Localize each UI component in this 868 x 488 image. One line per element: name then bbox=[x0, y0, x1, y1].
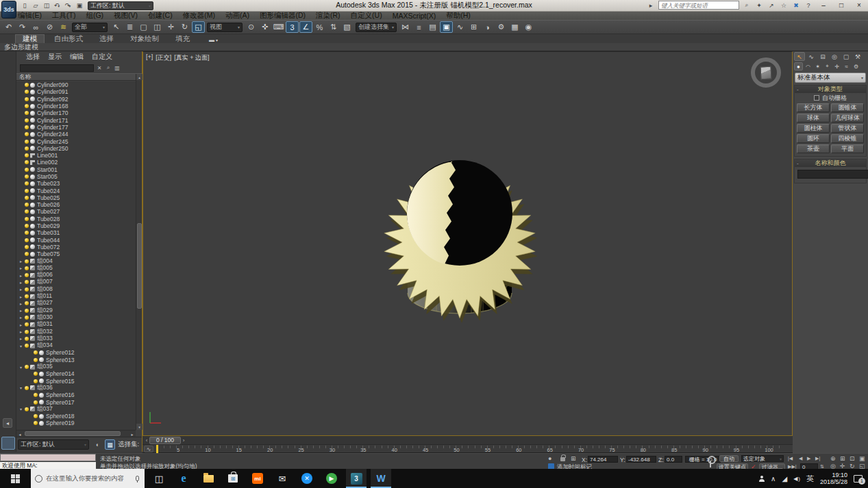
ribbon-tab[interactable]: 填充 bbox=[169, 34, 197, 43]
scene-object-row[interactable]: Star005 bbox=[16, 173, 136, 180]
redo-icon[interactable]: ↷ bbox=[16, 21, 29, 33]
render-setup-icon[interactable]: ⚙ bbox=[495, 21, 508, 33]
scene-object-row[interactable]: ▾ 组036 bbox=[16, 385, 136, 391]
thunder-app-icon[interactable]: ✕ bbox=[297, 469, 317, 488]
scene-object-row[interactable]: Tube025 bbox=[16, 194, 136, 201]
menu-item[interactable]: 视图(V) bbox=[114, 11, 138, 21]
workspace-dropdown[interactable]: 工作区: 默认 ▾ bbox=[88, 1, 153, 10]
unlink-selection-icon[interactable]: ⊘ bbox=[43, 21, 56, 33]
menu-item[interactable]: 修改器(M) bbox=[183, 11, 215, 21]
show-hidden-icons[interactable]: ∧ bbox=[771, 475, 776, 483]
category-cameras-icon[interactable]: ⌖ bbox=[823, 62, 832, 70]
select-object-icon[interactable]: ↖ bbox=[110, 21, 123, 33]
category-shapes-icon[interactable]: ◠ bbox=[804, 62, 813, 70]
scene-object-row[interactable]: Cylinder091 bbox=[16, 88, 136, 95]
microsoft-store-icon[interactable]: ⊞ bbox=[223, 469, 243, 488]
scene-object-row[interactable]: ▸ 组032 bbox=[16, 328, 136, 335]
3dsmax-logo[interactable]: 3ds bbox=[1, 1, 16, 18]
window-crossing-icon[interactable]: ◫ bbox=[151, 21, 164, 33]
explorer-menu-item[interactable]: 编辑 bbox=[70, 52, 84, 62]
z-coordinate-field[interactable]: 0.0 bbox=[665, 456, 682, 463]
scene-object-row[interactable]: ▸ 组031 bbox=[16, 321, 136, 328]
primitive-button[interactable]: 圆柱体 bbox=[797, 124, 830, 133]
tab-create-icon[interactable]: ↖ bbox=[794, 52, 805, 61]
scrollbar-thumb[interactable] bbox=[25, 431, 121, 436]
scroll-up-icon[interactable]: ▴ bbox=[136, 74, 142, 80]
redo-quick-icon[interactable]: ↷▾ bbox=[63, 1, 73, 10]
set-keys-button[interactable] bbox=[707, 456, 714, 467]
scene-object-row[interactable]: Cylinder250 bbox=[16, 145, 136, 152]
go-to-start-button[interactable]: |◀ bbox=[788, 455, 793, 462]
tab-motion-icon[interactable]: ◎ bbox=[829, 52, 840, 61]
scene-object-row[interactable]: ▸ 组029 bbox=[16, 307, 136, 314]
perspective-viewport[interactable]: [+] [正交] [真实 + 边面] bbox=[142, 51, 793, 436]
scene-object-row[interactable]: ▸ 组030 bbox=[16, 314, 136, 321]
selection-lock-icon[interactable] bbox=[560, 457, 565, 461]
ribbon-toggle-icon[interactable]: ▣ bbox=[440, 21, 453, 33]
scene-object-row[interactable]: Tube023 bbox=[16, 180, 136, 187]
explorer-horizontal-scrollbar[interactable]: ◂ ▸ bbox=[16, 430, 136, 437]
previous-frame-icon[interactable]: ‹ bbox=[144, 437, 149, 444]
spinner-snap-icon[interactable]: ⇅ bbox=[327, 21, 340, 33]
tab-utilities-icon[interactable]: ⚒ bbox=[852, 52, 863, 61]
expand-arrow-icon[interactable]: ▸ bbox=[20, 329, 25, 334]
wps-taskbar-icon[interactable]: W bbox=[371, 469, 391, 488]
zoom-button[interactable]: ⊕ bbox=[830, 455, 836, 462]
menu-item[interactable]: 图形编辑器(D) bbox=[260, 11, 306, 21]
video-player-icon[interactable]: ▶ bbox=[321, 469, 342, 488]
tab-modify-icon[interactable]: ∿ bbox=[806, 52, 817, 61]
play-animation-button[interactable]: ▶ bbox=[807, 455, 810, 462]
task-view-button[interactable]: ◫ bbox=[149, 469, 169, 488]
mail-app-icon[interactable]: ✉ bbox=[272, 469, 293, 488]
snap-toggle-icon[interactable]: 3 bbox=[286, 21, 299, 33]
isolate-selection-icon[interactable]: ◖ bbox=[92, 439, 102, 450]
render-production-icon[interactable]: ◉ bbox=[522, 21, 535, 33]
bind-to-space-warp-icon[interactable]: ≋ bbox=[57, 21, 70, 33]
explorer-filter-icon[interactable]: ▥ bbox=[114, 65, 121, 71]
scene-object-row[interactable]: Sphere018 bbox=[16, 413, 136, 420]
find-in-explorer-icon[interactable]: ⌕ bbox=[105, 64, 112, 71]
save-file-icon[interactable]: ◫ bbox=[41, 1, 51, 10]
layer-manager-icon[interactable]: ▤ bbox=[426, 21, 439, 33]
scene-object-row[interactable]: Tube072 bbox=[16, 244, 136, 251]
viewport-shading-menu[interactable]: [真实 + 边面] bbox=[174, 53, 209, 62]
use-pivot-center-icon[interactable]: ⊙ bbox=[245, 21, 258, 33]
category-helpers-icon[interactable]: ✛ bbox=[832, 62, 841, 70]
y-coordinate-field[interactable]: -432.648 bbox=[626, 456, 656, 463]
object-name-field[interactable] bbox=[797, 170, 868, 179]
scene-object-row[interactable]: Tube024 bbox=[16, 187, 136, 194]
favorites-icon[interactable]: ☆ bbox=[779, 1, 789, 10]
taskbar-search-box[interactable]: 在这里输入你要搜索的内容 bbox=[31, 469, 145, 488]
tab-display-icon[interactable]: ▢ bbox=[841, 52, 852, 61]
name-column-header[interactable]: 名称 bbox=[16, 73, 142, 81]
schematic-view-icon[interactable]: ⊞ bbox=[467, 21, 480, 33]
time-slider-handle[interactable]: 0 / 100 bbox=[149, 437, 181, 444]
scene-object-row[interactable]: Cylinder168 bbox=[16, 103, 136, 110]
infocenter-search-input[interactable] bbox=[658, 1, 739, 10]
autogrid-checkbox[interactable] bbox=[814, 95, 819, 101]
scene-object-row[interactable]: Line002 bbox=[16, 159, 136, 166]
file-explorer-icon[interactable] bbox=[198, 469, 219, 488]
scene-object-row[interactable]: Tube031 bbox=[16, 229, 136, 236]
scene-object-row[interactable]: Sphere012 bbox=[16, 349, 136, 356]
undo-quick-icon[interactable]: ↶▾ bbox=[52, 1, 62, 10]
explorer-menu-item[interactable]: 选择 bbox=[26, 52, 40, 62]
scene-object-row[interactable]: Sphere014 bbox=[16, 370, 136, 377]
edit-named-selections-icon[interactable]: ▧ bbox=[340, 21, 354, 33]
expand-arrow-icon[interactable]: ▸ bbox=[20, 280, 25, 285]
explorer-menu-item[interactable]: 自定义 bbox=[92, 52, 112, 62]
explorer-search-input[interactable] bbox=[20, 64, 94, 72]
auto-key-button[interactable]: 自动 bbox=[719, 455, 739, 462]
expand-arrow-icon[interactable]: ▸ bbox=[20, 315, 25, 320]
expand-arrow-icon[interactable]: ▾ bbox=[20, 344, 25, 348]
scene-object-row[interactable]: ▸ 组011 bbox=[16, 293, 136, 300]
clock[interactable]: 19:10 2018/5/28 bbox=[820, 472, 847, 485]
scene-object-row[interactable]: ▸ 组033 bbox=[16, 335, 136, 342]
primitive-button[interactable]: 管状体 bbox=[831, 124, 864, 133]
wifi-icon[interactable]: ◢ bbox=[782, 475, 787, 483]
menu-item[interactable]: 动画(A) bbox=[225, 11, 249, 21]
scene-object-row[interactable]: Cylinder245 bbox=[16, 138, 136, 144]
scene-object-row[interactable]: Tube044 bbox=[16, 237, 136, 244]
scene-object-row[interactable]: Cylinder092 bbox=[16, 96, 136, 103]
select-and-rotate-icon[interactable]: ↻ bbox=[178, 21, 191, 33]
